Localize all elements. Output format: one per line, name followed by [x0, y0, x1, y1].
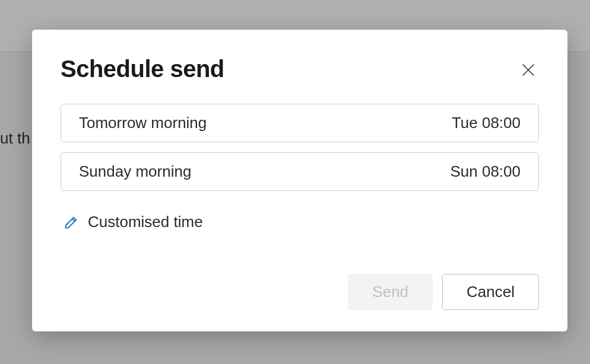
pencil-icon — [63, 214, 80, 231]
option-time: Sun 08:00 — [450, 162, 521, 181]
cancel-button[interactable]: Cancel — [442, 274, 539, 310]
dialog-header: Schedule send — [61, 56, 539, 82]
option-label: Sunday morning — [79, 162, 191, 181]
background-obscured-text: ut th — [0, 129, 30, 148]
option-sunday-morning[interactable]: Sunday morning Sun 08:00 — [61, 152, 539, 191]
close-button[interactable] — [518, 59, 539, 82]
svg-line-2 — [72, 219, 75, 221]
custom-time-label: Customised time — [88, 213, 203, 231]
schedule-options: Tomorrow morning Tue 08:00 Sunday mornin… — [61, 104, 539, 231]
option-label: Tomorrow morning — [79, 114, 207, 132]
send-button[interactable]: Send — [348, 274, 433, 310]
close-icon — [520, 62, 537, 78]
schedule-send-dialog: Schedule send Tomorrow morning Tue 08:00… — [32, 30, 567, 331]
custom-time-option[interactable]: Customised time — [61, 207, 539, 231]
option-tomorrow-morning[interactable]: Tomorrow morning Tue 08:00 — [61, 104, 539, 142]
option-time: Tue 08:00 — [452, 114, 521, 132]
dialog-title: Schedule send — [61, 56, 224, 82]
dialog-footer: Send Cancel — [61, 274, 539, 310]
